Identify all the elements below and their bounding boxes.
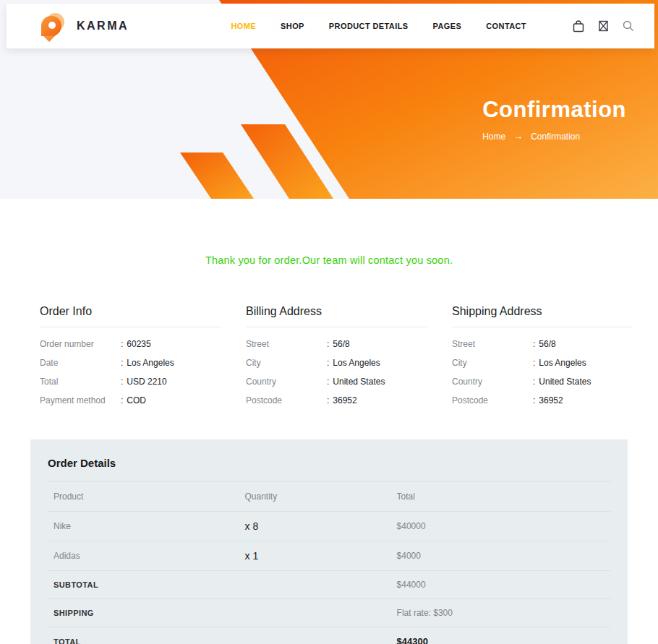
product-total: $40000 [391,512,610,541]
cart-button[interactable] [573,20,584,33]
logo[interactable]: KARMA [40,11,129,41]
checkout-button[interactable] [599,20,608,32]
info-label: City [452,358,533,368]
info-row: Payment method : COD [40,395,221,405]
product-name: Adidas [48,541,239,571]
divider [40,327,221,327]
info-label: Total [40,377,121,387]
header-icon-group [573,20,634,33]
info-value: Los Angeles [333,358,380,368]
arrow-right-icon: → [513,131,523,142]
section-title: Billing Address [246,305,427,318]
info-label: Country [452,377,533,387]
breadcrumb-home-link[interactable]: Home [482,132,505,142]
nav-item-shop[interactable]: SHOP [281,22,304,30]
shipping-address-section: Shipping Address Street : 56/8 City : Lo… [452,305,633,414]
shopping-bag-icon [573,20,584,33]
page-title: Confirmation [482,97,626,123]
billing-address-section: Billing Address Street : 56/8 City : Los… [246,305,427,414]
info-row: Order number : 60235 [40,339,221,349]
section-title: Shipping Address [452,305,633,318]
info-row: Country : United States [452,377,633,387]
info-row: Date : Los Angeles [40,358,221,368]
product-name: Nike [48,512,239,541]
info-row: City : Los Angeles [452,358,633,368]
summary-label: TOTAL [48,627,239,644]
brand-name: KARMA [77,20,129,33]
info-row: Street : 56/8 [452,339,633,349]
hero-banner: KARMA HOME SHOP PRODUCT DETAILS PAGES CO… [0,0,658,199]
summary-value: $44300 [391,627,610,644]
info-value: Los Angeles [127,358,174,368]
info-row: Country : United States [246,377,427,387]
info-label: Street [246,339,327,349]
nav-item-home[interactable]: HOME [231,22,256,30]
confirmation-message: Thank you for order.Our team will contac… [0,254,658,266]
summary-row-subtotal: SUBTOTAL $44000 [48,571,610,599]
info-value: 60235 [127,339,150,349]
hero-text: Confirmation Home → Confirmation [482,97,626,142]
info-value: USD 2210 [127,377,166,387]
info-value: 36952 [333,395,356,405]
column-header-quantity: Quantity [239,482,391,512]
section-title: Order Info [40,305,221,318]
summary-value: Flat rate: $300 [391,599,610,627]
summary-row-shipping: SHIPPING Flat rate: $300 [48,599,610,627]
info-value: COD [127,395,146,405]
box-x-icon [599,20,608,32]
info-label: Country [246,377,327,387]
product-quantity: x 1 [239,541,391,571]
summary-row-total: TOTAL $44300 [48,627,610,644]
info-value: 36952 [539,395,563,405]
info-label: Date [40,358,121,368]
info-value: United States [539,377,591,387]
order-info-section: Order Info Order number : 60235 Date : L… [40,305,221,414]
order-details-title: Order Details [48,457,610,469]
table-header-row: Product Quantity Total [48,482,610,512]
order-details-table: Product Quantity Total Nike x 8 $40000 A… [48,481,610,644]
info-value: United States [333,377,385,387]
nav-item-contact[interactable]: CONTACT [486,22,526,30]
info-row: Postcode : 36952 [246,395,427,405]
info-label: Postcode [246,395,327,405]
search-icon [623,20,634,32]
column-header-product: Product [48,482,239,512]
info-value: 56/8 [539,339,555,349]
table-row: Adidas x 1 $4000 [48,541,610,571]
info-label: Payment method [40,395,121,405]
product-total: $4000 [391,541,610,571]
info-row: Postcode : 36952 [452,395,633,405]
summary-value: $44000 [391,571,610,599]
info-row: City : Los Angeles [246,358,427,368]
info-label: Order number [40,339,121,349]
divider [246,327,427,327]
header: KARMA HOME SHOP PRODUCT DETAILS PAGES CO… [7,4,654,48]
nav-item-product-details[interactable]: PRODUCT DETAILS [329,22,409,30]
breadcrumb: Home → Confirmation [482,131,580,142]
info-value: 56/8 [333,339,349,349]
logo-pin-icon [40,11,66,41]
info-label: Postcode [452,395,533,405]
column-header-total: Total [391,482,610,512]
summary-label: SHIPPING [48,599,239,627]
summary-label: SUBTOTAL [48,571,239,599]
table-row: Nike x 8 $40000 [48,512,610,541]
nav-item-pages[interactable]: PAGES [433,22,462,30]
main-nav: HOME SHOP PRODUCT DETAILS PAGES CONTACT [231,20,634,33]
divider [452,327,633,327]
search-button[interactable] [623,20,634,32]
diagonal-stripe-2 [180,153,254,199]
product-quantity: x 8 [239,512,391,541]
info-row: Total : USD 2210 [40,377,221,387]
info-value: Los Angeles [539,358,586,368]
order-details-section: Order Details Product Quantity Total Nik… [30,439,628,644]
breadcrumb-current: Confirmation [531,132,580,142]
info-label: Street [452,339,533,349]
info-label: City [246,358,327,368]
info-row: Street : 56/8 [246,339,427,349]
info-columns: Order Info Order number : 60235 Date : L… [0,305,658,414]
